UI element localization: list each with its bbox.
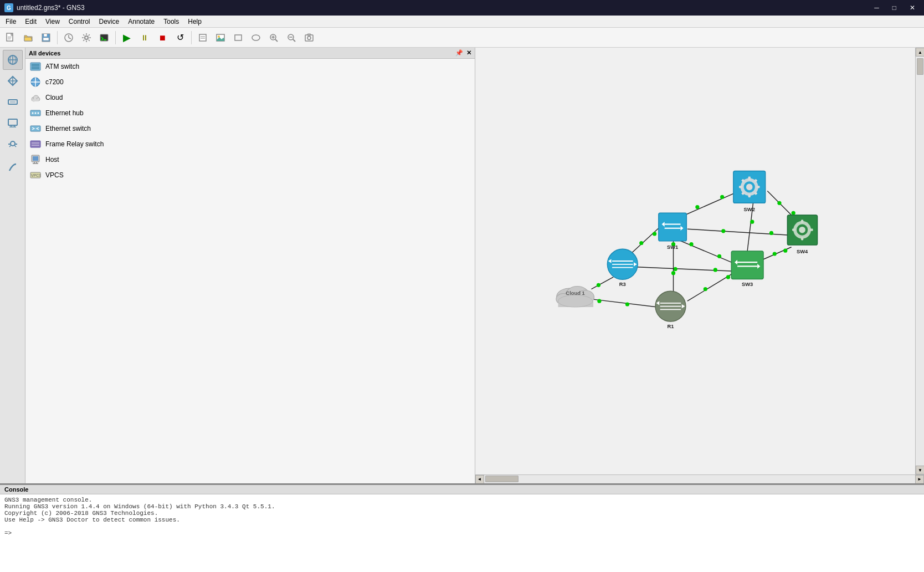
svg-point-92 [673,267,677,271]
menu-device[interactable]: Device [95,17,124,27]
device-vpcs[interactable]: VPCS VPCS [25,167,475,183]
ethernet-hub-icon [30,108,41,119]
minimize-btn[interactable]: ─ [870,4,884,12]
svg-text:SW3: SW3 [741,282,752,288]
menu-help[interactable]: Help [183,17,206,27]
browse-all-btn[interactable] [3,50,23,70]
pause-button[interactable]: ⏸ [136,30,153,45]
device-ethernet-hub[interactable]: Ethernet hub [25,105,475,121]
console-content[interactable]: GNS3 management console. Running GNS3 ve… [0,494,924,572]
c7200-icon [30,76,41,88]
canvas-wrapper: SW1 [475,48,925,483]
preferences-button[interactable] [78,30,95,45]
node-sw1[interactable]: SW1 [658,213,686,250]
device-ethernet-switch[interactable]: Ethernet switch [25,121,475,136]
node-r3[interactable]: R3 [607,249,638,287]
host-label: Host [45,156,59,164]
device-cloud[interactable]: Cloud [25,90,475,105]
node-sw3[interactable]: SW3 [731,251,763,288]
canvas-main: SW1 [475,48,925,474]
device-c7200[interactable]: c7200 [25,74,475,90]
svg-text:SW4: SW4 [796,249,808,254]
menu-control[interactable]: Control [64,17,95,27]
menu-edit[interactable]: Edit [20,17,41,27]
draw-rect-button[interactable] [230,30,247,45]
menu-view[interactable]: View [41,17,64,27]
svg-point-114 [746,184,752,191]
vpcs-label: VPCS [45,171,64,179]
svg-rect-118 [756,186,759,188]
terminal-button[interactable] [96,30,112,45]
zoom-in-button[interactable] [265,30,282,45]
sep3 [191,31,192,44]
close-btn[interactable]: ✕ [905,4,920,12]
svg-line-23 [275,39,278,42]
svg-point-81 [750,220,754,224]
svg-rect-1 [8,37,12,37]
browse-security-btn[interactable] [3,134,23,154]
recent-button[interactable] [60,30,77,45]
node-cloud1[interactable]: Cloud 1 [556,287,594,308]
svg-line-94 [591,277,613,289]
browse-switches-btn[interactable] [3,92,23,112]
menu-annotate[interactable]: Annotate [124,17,159,27]
node-sw4[interactable]: SW4 [787,215,817,254]
node-sw2[interactable]: SW2 [733,171,765,212]
scroll-up-btn[interactable]: ▲ [916,48,924,57]
svg-text:R1: R1 [667,324,674,329]
screenshot-button[interactable] [301,30,317,45]
svg-text:VPCS: VPCS [31,173,41,177]
draw-image-button[interactable] [212,30,229,45]
device-atm-switch[interactable]: ATM switch [25,59,475,74]
sep2 [115,31,116,44]
content-area: All devices 📌 ✕ ATM switch [0,48,924,483]
menu-file[interactable]: File [1,17,20,27]
maximize-btn[interactable]: □ [888,4,901,12]
scroll-right-btn[interactable]: ► [915,475,924,484]
scroll-left-btn[interactable]: ◄ [475,475,484,484]
browse-routers-btn[interactable] [3,71,23,91]
svg-point-97 [671,271,675,275]
menubar: File Edit View Control Device Annotate T… [0,16,924,28]
ethernet-hub-label: Ethernet hub [45,109,84,117]
window-title: untitled2.gns3* - GNS3 [17,4,85,12]
device-panel: All devices 📌 ✕ ATM switch [25,48,475,483]
svg-point-28 [307,36,311,39]
panel-close-btn[interactable]: ✕ [466,49,471,57]
svg-line-102 [591,299,657,307]
svg-point-10 [85,36,88,39]
svg-point-83 [777,201,781,205]
svg-point-86 [772,252,776,256]
svg-rect-60 [30,141,40,147]
draw-note-button[interactable] [194,30,211,45]
svg-point-104 [597,299,601,303]
draw-ellipse-button[interactable] [248,30,264,45]
node-r1[interactable]: R1 [655,291,686,329]
menu-tools[interactable]: Tools [159,17,183,27]
svg-point-84 [791,211,795,215]
console-title: Console [4,486,28,493]
device-panel-title: All devices [29,50,60,57]
save-button[interactable] [38,30,54,45]
svg-point-73 [720,195,724,199]
reload-button[interactable]: ↺ [172,30,188,45]
svg-text:SW2: SW2 [743,207,754,212]
svg-point-158 [558,295,592,307]
scroll-thumb-v[interactable] [917,58,923,75]
zoom-out-button[interactable] [283,30,300,45]
svg-rect-5 [44,34,47,37]
scroll-thumb-h[interactable] [485,476,519,482]
device-host[interactable]: Host [25,152,475,167]
device-frame-relay[interactable]: Frame Relay switch [25,136,475,152]
play-button[interactable]: ▶ [119,30,135,45]
stop-button[interactable]: ⏹ [154,30,171,45]
svg-point-58 [38,113,39,114]
open-button[interactable] [20,30,37,45]
new-button[interactable] [2,30,19,45]
canvas-area[interactable]: SW1 [475,48,916,474]
add-link-btn[interactable] [3,157,23,177]
scroll-down-btn[interactable]: ▼ [916,466,924,474]
browse-end-devices-btn[interactable] [3,113,23,133]
svg-point-133 [799,227,805,233]
panel-pin-btn[interactable]: 📌 [455,49,463,57]
